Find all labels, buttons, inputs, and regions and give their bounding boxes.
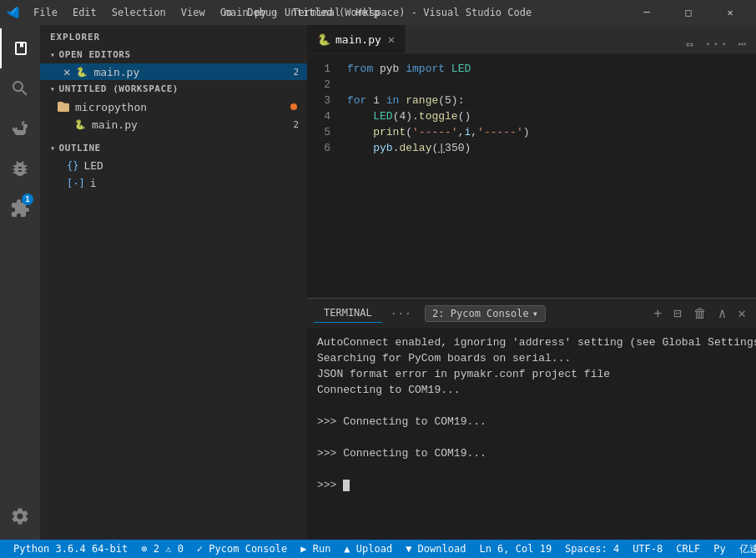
workspace-title[interactable]: ▾ UNTITLED (WORKSPACE)	[40, 80, 307, 98]
tab-main-py[interactable]: 🐍 main.py ✕	[307, 25, 406, 53]
maximize-panel-icon[interactable]: ∧	[715, 304, 730, 323]
outline-item-led[interactable]: {} LED	[40, 157, 307, 174]
console-name: 2: Pycom Console	[432, 308, 529, 319]
close-file-icon[interactable]: ✕	[63, 65, 70, 78]
pycom-console-status[interactable]: ✓ Pycom Console	[190, 540, 294, 558]
close-button[interactable]: ✕	[711, 0, 749, 25]
line-number-3: 3	[307, 93, 340, 108]
python-version-status[interactable]: Python 3.6.4 64-bit	[7, 540, 134, 558]
open-editors-arrow: ▾	[50, 50, 56, 59]
terminal-line-10: >>>	[317, 477, 746, 493]
line-content-3: for i in range(5):	[340, 93, 464, 108]
sidebar-item-source-control[interactable]	[0, 108, 40, 148]
run-status[interactable]: ▶ Run	[294, 540, 337, 558]
sidebar-item-search[interactable]	[0, 68, 40, 108]
outline-class-icon: {}	[67, 160, 78, 172]
tab-filename: main.py	[335, 33, 381, 46]
terminal-more-button[interactable]: ···	[386, 304, 416, 324]
main-layout: 1 EXPLORER ▾ OPEN EDITORS ✕ 🐍 main.py 2	[0, 25, 756, 540]
open-editors-section: ▾ OPEN EDITORS ✕ 🐍 main.py 2	[40, 46, 307, 80]
minimize-button[interactable]: ─	[627, 0, 666, 25]
terminal-body[interactable]: AutoConnect enabled, ignoring 'address' …	[307, 328, 756, 540]
delete-terminal-icon[interactable]: 🗑	[690, 304, 710, 323]
python-version-text: Python 3.6.4 64-bit	[13, 543, 128, 555]
line-content-4: LED(4).toggle()	[340, 108, 471, 124]
upload-text: ▲ Upload	[344, 543, 392, 555]
open-editors-title[interactable]: ▾ OPEN EDITORS	[40, 46, 307, 63]
breadcrumb-dots[interactable]: ⋯	[734, 34, 749, 53]
code-line-2: 2	[307, 77, 756, 93]
line-ending-status[interactable]: CRLF	[669, 540, 707, 558]
sidebar-item-debug[interactable]	[0, 148, 40, 189]
tab-actions: ⇔ ··· ⋯	[683, 34, 756, 53]
outline-item-i[interactable]: [·] i	[40, 174, 307, 192]
menu-selection[interactable]: Selection	[105, 5, 173, 20]
terminal-actions: + ⊟ 🗑 ∧ ✕	[650, 304, 749, 323]
spaces-text: Spaces: 4	[565, 543, 619, 555]
new-terminal-icon[interactable]: +	[650, 304, 665, 323]
sidebar-item-extensions[interactable]: 1	[0, 189, 40, 229]
code-line-4: 4 LED(4).toggle()	[307, 108, 756, 124]
editor-area: 🐍 main.py ✕ ⇔ ··· ⋯ 1 from pyb import LE…	[307, 25, 756, 540]
cursor-position-text: Ln 6, Col 19	[479, 543, 552, 555]
folder-status-dot	[290, 103, 297, 110]
menu-file[interactable]: File	[27, 5, 64, 20]
tab-file-icon: 🐍	[317, 33, 330, 46]
outline-section: ▾ OUTLINE {} LED [·] i	[40, 139, 307, 192]
line-number-1: 1	[307, 61, 340, 77]
terminal-line-8: >>> Connecting to COM19...	[317, 445, 746, 461]
terminal-line-2: Searching for PyCom boards on serial...	[317, 350, 746, 366]
terminal-console-selector[interactable]: 2: Pycom Console ▾	[425, 305, 546, 322]
menu-edit[interactable]: Edit	[66, 5, 103, 20]
workspace-file-icon: 🐍	[73, 118, 87, 131]
outline-title[interactable]: ▾ OUTLINE	[40, 139, 307, 157]
pycom-console-text: ✓ Pycom Console	[197, 543, 287, 555]
split-terminal-icon[interactable]: ⊟	[670, 304, 685, 323]
encoding-status[interactable]: UTF-8	[626, 540, 669, 558]
folder-micropython[interactable]: micropython	[40, 98, 307, 116]
upload-status[interactable]: ▲ Upload	[337, 540, 399, 558]
tab-close-icon[interactable]: ✕	[388, 33, 395, 45]
terminal-header: TERMINAL ··· 2: Pycom Console ▾ + ⊟ 🗑 ∧ …	[307, 299, 756, 328]
code-editor[interactable]: 1 from pyb import LED 2 3 for i in range…	[307, 54, 756, 298]
language-mode-status[interactable]: Py	[707, 540, 732, 558]
download-status[interactable]: ▼ Download	[399, 540, 472, 558]
line-content-2	[340, 77, 354, 93]
spaces-status[interactable]: Spaces: 4	[558, 540, 626, 558]
line-number-2: 2	[307, 77, 340, 93]
open-editors-label: OPEN EDITORS	[59, 49, 131, 60]
terminal-line-5	[317, 398, 746, 414]
sidebar-item-explorer[interactable]	[0, 28, 40, 68]
code-line-6: 6 pyb.delay(|350)	[307, 140, 756, 156]
maximize-button[interactable]: □	[669, 0, 708, 25]
close-panel-icon[interactable]: ✕	[734, 304, 749, 323]
terminal-line-3: JSON format error in pymakr.conf project…	[317, 366, 746, 382]
line-ending-text: CRLF	[676, 543, 700, 555]
outline-var-icon: [·]	[67, 178, 85, 189]
explorer-header: EXPLORER	[40, 25, 307, 46]
code-line-5: 5 print('-----',i,'-----')	[307, 124, 756, 140]
python-file-icon: 🐍	[75, 65, 88, 78]
split-editor-icon[interactable]: ⇔	[683, 34, 698, 53]
window-controls: ─ □ ✕	[627, 0, 749, 25]
terminal-line-6: >>> Connecting to COM19...	[317, 414, 746, 430]
more-editor-actions-icon[interactable]: ···	[700, 34, 731, 53]
open-editor-main-py[interactable]: ✕ 🐍 main.py 2	[40, 63, 307, 80]
download-text: ▼ Download	[406, 543, 466, 555]
console-dropdown-arrow: ▾	[532, 308, 538, 319]
cursor-position-status[interactable]: Ln 6, Col 19	[472, 540, 558, 558]
settings-icon[interactable]	[0, 496, 40, 536]
workspace-file-main-py[interactable]: 🐍 main.py 2	[40, 116, 307, 133]
terminal-tab[interactable]: TERMINAL	[314, 304, 382, 323]
brand-status[interactable]: 亿速云	[733, 540, 756, 558]
line-number-4: 4	[307, 108, 340, 124]
code-line-3: 3 for i in range(5):	[307, 93, 756, 108]
menu-view[interactable]: View	[174, 5, 212, 20]
vscode-logo-icon	[7, 6, 20, 19]
workspace-filename: main.py	[92, 118, 138, 131]
terminal-panel: TERMINAL ··· 2: Pycom Console ▾ + ⊟ 🗑 ∧ …	[307, 298, 756, 540]
line-number-6: 6	[307, 140, 340, 156]
workspace-file-badge: 2	[293, 119, 299, 130]
errors-warnings-status[interactable]: ⊗ 2 ⚠ 0	[134, 540, 190, 558]
terminal-line-7	[317, 430, 746, 445]
